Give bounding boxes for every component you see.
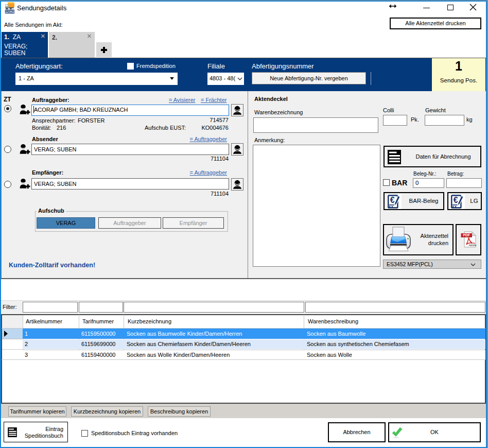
svg-text:€: € xyxy=(390,196,395,204)
svg-text:€: € xyxy=(454,196,458,204)
svg-text:12342: 12342 xyxy=(5,10,14,13)
svg-text:PDF: PDF xyxy=(463,233,470,237)
svg-text:Adobe: Adobe xyxy=(468,244,477,247)
